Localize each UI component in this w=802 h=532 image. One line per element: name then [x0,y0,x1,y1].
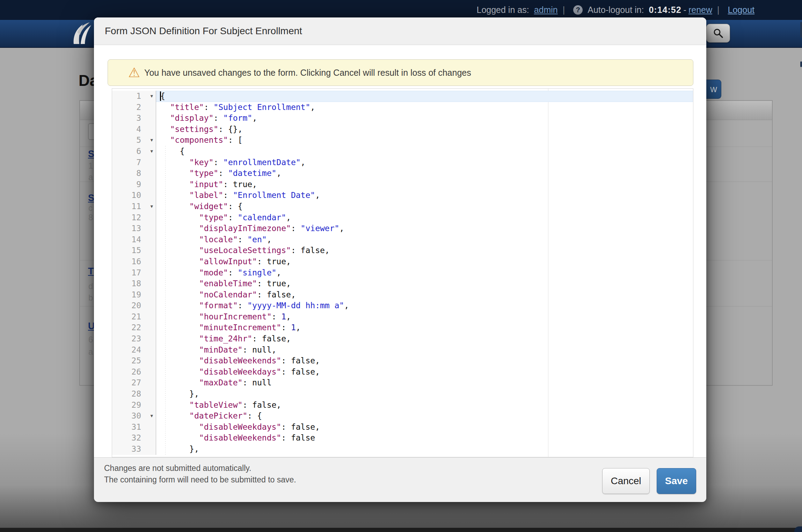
line-number: 3 [112,113,156,124]
code-line[interactable]: 8 "type": "datetime", [112,168,693,179]
record-link: T [88,266,94,277]
autologout-timer: 0:14:52 [649,5,681,15]
code-line[interactable]: 19 "noCalendar": false, [112,289,693,301]
fold-arrow-icon[interactable]: ▾ [150,91,153,102]
code-text: "title": "Subject Enrollment", [156,102,693,113]
code-line[interactable]: 9 "input": true, [112,179,693,190]
code-line[interactable]: 5▾ "components": [ [112,135,693,146]
footer-note-line2: The containing form will need to be subm… [104,474,296,486]
code-line[interactable]: 20 "format": "yyyy-MM-dd hh:mm a", [112,300,693,311]
scrollbar-thumb[interactable] [800,22,802,38]
top-utility-bar: Logged in as: admin | ? Auto-logout in: … [0,0,802,20]
code-text: }, [156,444,693,455]
record-meta: a [88,347,93,357]
code-line[interactable]: 10 "label": "Enrollment Date", [112,190,693,201]
code-line[interactable]: 27 "maxDate": null [112,377,693,389]
line-number: 8 [112,168,156,179]
save-button[interactable]: Save [657,468,696,494]
code-text: "enableTime": true, [156,278,693,289]
record-meta: a [88,172,93,182]
line-number: 30▾ [112,411,156,422]
code-line[interactable]: 7 "key": "enrollmentDate", [112,157,693,168]
code-text: "format": "yyyy-MM-dd hh:mm a", [156,300,693,311]
code-text: "components": [ [156,135,693,146]
code-text: "allowInput": true, [156,256,693,267]
code-text: "displayInTimezone": "viewer", [156,223,693,234]
line-number: 21 [112,311,156,323]
fold-arrow-icon[interactable]: ▾ [150,201,153,212]
code-line[interactable]: 33 }, [112,444,693,455]
line-number: 24 [112,345,156,356]
code-editor[interactable]: 1▾{2 "title": "Subject Enrollment",3 "di… [112,88,693,457]
record-meta: 1 [88,161,93,171]
navbar-search-button[interactable] [706,24,730,43]
record-link: S [88,149,94,160]
line-number: 31 [112,422,156,433]
code-text: { [156,146,693,157]
line-number: 1▾ [112,91,156,102]
code-text: "maxDate": null [156,377,693,389]
code-line[interactable]: 18 "enableTime": true, [112,278,693,289]
code-line[interactable]: 30▾ "datePicker": { [112,411,693,422]
code-text: "input": true, [156,179,693,190]
code-line[interactable]: 22 "minuteIncrement": 1, [112,322,693,333]
code-line[interactable]: 2 "title": "Subject Enrollment", [112,102,693,113]
fold-arrow-icon[interactable]: ▾ [150,411,153,422]
code-text: }, [156,389,693,400]
code-line[interactable]: 32 "disableWeekends": false [112,433,693,444]
app-logo-icon [71,22,93,47]
code-line[interactable]: 3 "display": "form", [112,113,693,124]
code-text: { [156,91,693,102]
code-line[interactable]: 12 "type": "calendar", [112,212,693,223]
fold-arrow-icon[interactable]: ▾ [150,135,153,146]
warning-triangle-icon: ⚠ [128,65,140,81]
code-text: "disableWeekends": false [156,433,693,444]
code-text: "disableWeekdays": false, [156,422,693,433]
code-text: "disableWeekdays": false, [156,367,693,378]
code-line[interactable]: 14 "locale": "en", [112,234,693,245]
screen: Logged in as: admin | ? Auto-logout in: … [0,0,802,532]
line-number: 18 [112,278,156,289]
renew-link[interactable]: renew [688,5,712,15]
fold-arrow-icon[interactable]: ▾ [150,146,153,157]
code-line[interactable]: 21 "hourIncrement": 1, [112,311,693,323]
cancel-button[interactable]: Cancel [602,468,650,494]
code-line[interactable]: 16 "allowInput": true, [112,256,693,267]
code-text: "display": "form", [156,113,693,124]
code-line[interactable]: 6▾ { [112,146,693,157]
code-text: "settings": {}, [156,124,693,135]
code-line[interactable]: 25 "disableWeekends": false, [112,355,693,367]
code-line[interactable]: 17 "mode": "single", [112,267,693,279]
autologout-label: Auto-logout in: [588,5,644,15]
code-line[interactable]: 24 "minDate": null, [112,345,693,356]
code-line[interactable]: 26 "disableWeekdays": false, [112,367,693,378]
code-line[interactable]: 11▾ "widget": { [112,201,693,212]
code-text: "datePicker": { [156,411,693,422]
record-meta: 6 [88,335,93,345]
code-line[interactable]: 31 "disableWeekdays": false, [112,422,693,433]
username-link[interactable]: admin [534,5,558,15]
modal-header: Form JSON Definition For Subject Enrollm… [94,17,706,45]
record-link: S [88,193,94,204]
line-number: 2 [112,102,156,113]
modal-title: Form JSON Definition For Subject Enrollm… [105,17,302,45]
code-text: "type": "calendar", [156,212,693,223]
line-number: 4 [112,124,156,135]
page-bottom-edge [0,528,802,532]
logout-link[interactable]: Logout [728,5,754,15]
line-number: 32 [112,433,156,444]
code-line[interactable]: 23 "time_24hr": false, [112,333,693,345]
line-number: 20 [112,300,156,311]
dash: - [684,5,686,15]
code-line[interactable]: 29 "tableView": false, [112,400,693,411]
line-number: 28 [112,389,156,400]
scrollbar-mark [800,61,802,67]
code-line[interactable]: 13 "displayInTimezone": "viewer", [112,223,693,234]
line-number: 6▾ [112,146,156,157]
code-line[interactable]: 15 "useLocaleSettings": false, [112,245,693,256]
code-text: "useLocaleSettings": false, [156,245,693,256]
help-icon[interactable]: ? [573,5,583,15]
code-line[interactable]: 28 }, [112,389,693,400]
code-line[interactable]: 1▾{ [112,91,693,102]
code-line[interactable]: 4 "settings": {}, [112,124,693,135]
